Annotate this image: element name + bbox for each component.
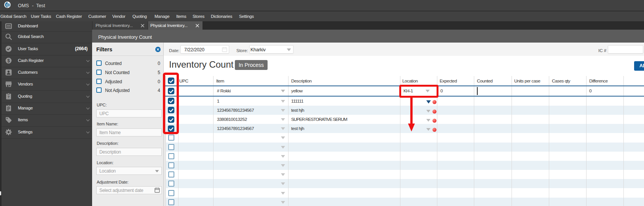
svg-text:$: $ (7, 58, 10, 63)
svg-text:?: ? (8, 95, 10, 99)
